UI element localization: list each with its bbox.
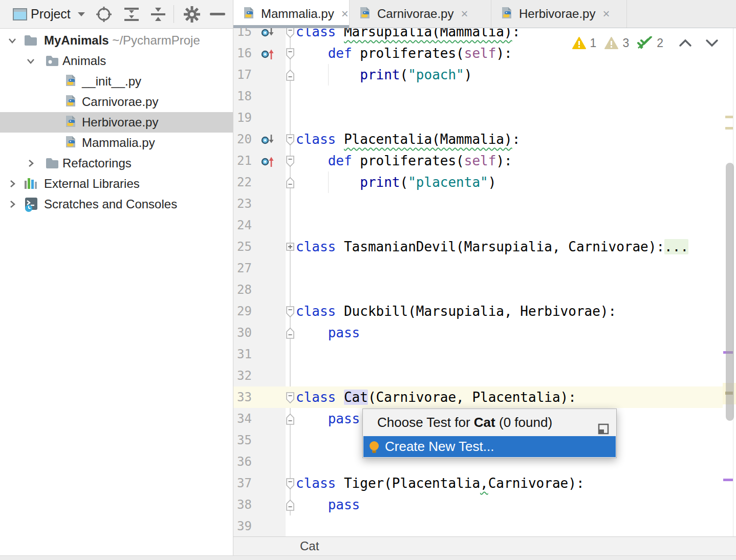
fold-end-icon[interactable]	[286, 499, 295, 511]
overrides-method-icon[interactable]	[261, 47, 274, 59]
fold-end-icon[interactable]	[286, 176, 295, 188]
python-icon	[63, 74, 78, 89]
tree-item-label: __init__.py	[82, 71, 141, 92]
line-number: 37	[233, 472, 252, 494]
code-line-31[interactable]: 31	[233, 343, 723, 365]
tree-item-herbivorae-py[interactable]: Herbivorae.py	[0, 112, 233, 133]
code-line-29[interactable]: 29class Duckbill(Marsupialia, Herbivorae…	[233, 300, 723, 322]
line-number: 16	[233, 42, 252, 64]
dropdown-caret-icon[interactable]	[76, 0, 87, 28]
close-tab-icon[interactable]: ×	[461, 7, 468, 21]
code-line-27[interactable]: 27	[233, 257, 723, 279]
code-line-25[interactable]: 25class TasmanianDevil(Marsupialia, Carn…	[233, 236, 723, 257]
stripe-mark-weak-warning[interactable]	[725, 127, 733, 130]
code-line-23[interactable]: 23	[233, 193, 723, 214]
tree-item-animals[interactable]: Animals	[0, 51, 233, 71]
code-line-19[interactable]: 19	[233, 107, 723, 128]
chevron-down-icon[interactable]	[26, 56, 36, 66]
tree-item-scratches-and-consoles[interactable]: Scratches and Consoles	[0, 194, 233, 214]
method-overridden-icon[interactable]	[261, 133, 274, 145]
chevron-right-icon[interactable]	[7, 199, 17, 209]
tab-label: Mammalia.py	[261, 7, 334, 21]
line-number: 38	[233, 494, 252, 515]
error-stripe-rail[interactable]	[723, 28, 736, 536]
fold-start-icon[interactable]	[286, 133, 295, 145]
tree-item-carnivorae-py[interactable]: Carnivorae.py	[0, 92, 233, 112]
chevron-down-icon[interactable]	[7, 35, 17, 46]
inspections-widget[interactable]: 1 3 2	[572, 35, 719, 51]
chevron-right-icon[interactable]	[7, 179, 17, 189]
code-line-38[interactable]: 38 pass	[233, 494, 723, 515]
code-line-21[interactable]: 21 def proliferates(self):	[233, 150, 723, 171]
code-text: class Tiger(Placentalia,Carnivorae):	[296, 472, 585, 494]
tree-item-path: ~/PycharmProje	[109, 33, 200, 47]
code-line-30[interactable]: 30 pass	[233, 322, 723, 343]
scrollbar-thumb[interactable]	[726, 163, 734, 421]
fold-end-icon[interactable]	[286, 413, 295, 425]
project-panel-title[interactable]: Project	[31, 0, 71, 28]
overrides-method-icon[interactable]	[261, 155, 274, 167]
prev-problem-icon[interactable]	[679, 39, 692, 47]
code-line-39[interactable]: 39	[233, 515, 723, 536]
next-problem-icon[interactable]	[705, 39, 719, 47]
fold-start-icon[interactable]	[286, 47, 295, 59]
fold-start-icon[interactable]	[286, 477, 295, 489]
tree-item-mammalia-py[interactable]: Mammalia.py	[0, 133, 233, 153]
fold-start-icon[interactable]	[286, 28, 295, 38]
line-number: 17	[233, 64, 252, 85]
code-line-28[interactable]: 28	[233, 279, 723, 300]
libraries-icon	[24, 177, 38, 191]
line-number: 34	[233, 408, 252, 429]
line-number: 27	[233, 257, 252, 279]
code-line-17[interactable]: 17 print("poach")	[233, 64, 723, 85]
fold-start-icon[interactable]	[286, 305, 295, 317]
fold-end-icon[interactable]	[286, 327, 295, 339]
breadcrumb-item[interactable]: Cat	[300, 537, 319, 555]
locate-target-icon[interactable]	[95, 0, 113, 28]
editor-tab-bar: Mammalia.py×Carnivorae.py×Herbivorae.py×	[233, 0, 736, 28]
tab-herbivorae-py[interactable]: Herbivorae.py×	[491, 0, 627, 28]
collapse-all-icon[interactable]	[149, 0, 167, 28]
line-number: 32	[233, 365, 252, 386]
code-line-33[interactable]: 33class Cat(Carnivorae, Placentalia):	[233, 386, 723, 408]
tree-item--init-py[interactable]: __init__.py	[0, 71, 233, 92]
tree-item-myanimals[interactable]: MyAnimals ~/PycharmProje	[0, 30, 233, 51]
fold-start-icon[interactable]	[286, 155, 295, 167]
hide-panel-icon[interactable]	[209, 0, 226, 28]
line-number: 21	[233, 150, 252, 171]
line-number: 18	[233, 85, 252, 107]
chevron-right-icon[interactable]	[26, 158, 36, 168]
stripe-mark-weak-warning[interactable]	[725, 116, 733, 118]
code-line-24[interactable]: 24	[233, 214, 723, 236]
tab-carnivorae-py[interactable]: Carnivorae.py×	[350, 0, 491, 28]
expand-all-icon[interactable]	[123, 0, 140, 28]
code-line-20[interactable]: 20class Placentalia(Mammalia):	[233, 128, 723, 150]
editor-body[interactable]: 15class Marsupialia(Mammalia):16 def pro…	[233, 28, 736, 536]
settings-gear-icon[interactable]	[182, 0, 202, 28]
line-number: 33	[233, 386, 252, 408]
line-number: 36	[233, 451, 252, 472]
tab-label: Herbivorae.py	[519, 7, 595, 21]
scratches-icon	[24, 197, 38, 211]
fold-end-icon[interactable]	[286, 69, 295, 81]
tab-mammalia-py[interactable]: Mammalia.py×	[233, 0, 350, 28]
fold-plus-icon[interactable]	[286, 241, 295, 253]
code-text: class Marsupialia(Mammalia):	[296, 28, 520, 42]
tree-item-external-libraries[interactable]: External Libraries	[0, 174, 233, 194]
lightbulb-icon	[367, 440, 381, 461]
stripe-mark-vcs-change[interactable]	[723, 479, 733, 481]
code-line-37[interactable]: 37class Tiger(Placentalia,Carnivorae):	[233, 472, 723, 494]
line-number: 31	[233, 343, 252, 365]
code-line-18[interactable]: 18	[233, 85, 723, 107]
python-file-icon	[242, 7, 256, 21]
code-line-32[interactable]: 32	[233, 365, 723, 386]
tree-item-refactorings[interactable]: Refactorings	[0, 153, 233, 174]
project-toolbar: Project	[0, 0, 233, 29]
create-new-test-item[interactable]: Create New Test...	[363, 436, 616, 457]
fold-start-icon[interactable]	[286, 391, 295, 403]
close-tab-icon[interactable]: ×	[602, 7, 610, 21]
code-text: print("poach")	[296, 64, 472, 85]
close-tab-icon[interactable]: ×	[341, 7, 349, 21]
method-overridden-icon[interactable]	[261, 28, 274, 38]
code-line-22[interactable]: 22 print("placenta")	[233, 171, 723, 193]
